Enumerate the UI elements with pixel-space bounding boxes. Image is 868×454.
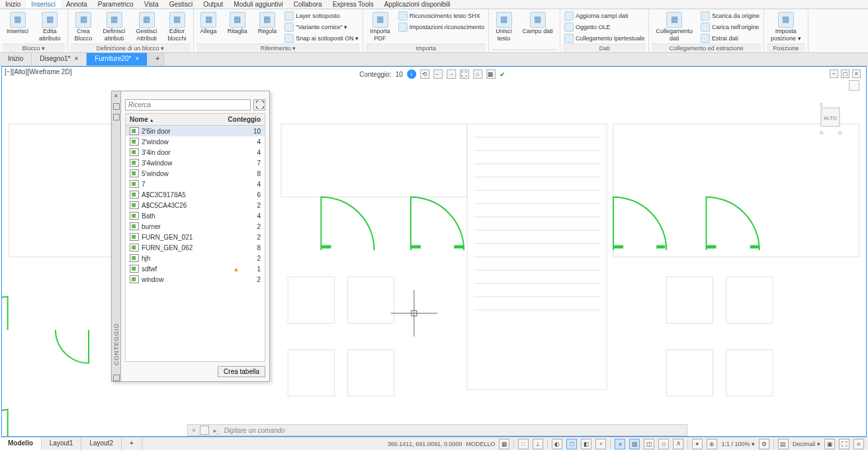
confirm-icon[interactable]: ✔ bbox=[499, 71, 509, 78]
scale-label[interactable]: 1:1 / 100% ▾ bbox=[721, 441, 755, 447]
ribbon-small-button[interactable]: Riconoscimento testo SHX bbox=[397, 11, 486, 21]
options-icon[interactable] bbox=[113, 375, 120, 381]
dyninput-icon[interactable]: + bbox=[595, 439, 606, 449]
menu-bar[interactable]: InizioInserisciAnnotaParametricoVistaGes… bbox=[0, 0, 868, 9]
viewport-label[interactable]: [−][Alto][Wireframe 2D] bbox=[5, 68, 71, 75]
selection-cycling-icon[interactable]: ◫ bbox=[644, 439, 654, 449]
ribbon-button[interactable]: ▦Editorblocchi bbox=[164, 11, 191, 44]
ribbon-button[interactable]: ▦Regola bbox=[254, 11, 281, 36]
menu-item[interactable]: Inserisci bbox=[26, 0, 61, 9]
transparency-icon[interactable]: ▨ bbox=[629, 439, 640, 449]
block-row[interactable]: A$C3C9178A56 bbox=[126, 189, 265, 200]
customization-icon[interactable]: ≡ bbox=[853, 439, 864, 449]
workspace-icon[interactable]: ✦ bbox=[692, 439, 703, 449]
menu-item[interactable]: Express Tools bbox=[327, 0, 379, 9]
customize-icon[interactable] bbox=[200, 426, 209, 435]
menu-item[interactable]: Parametrico bbox=[93, 0, 139, 9]
ribbon-small-button[interactable]: Scarica da origine bbox=[699, 11, 761, 21]
ribbon-button[interactable]: ▦Campo dati bbox=[519, 11, 557, 36]
ribbon-button[interactable]: ▦GestisciAttributi bbox=[132, 11, 161, 44]
ribbon-button[interactable]: ▦Impostaposizione ▾ bbox=[767, 11, 805, 44]
ribbon-panel-title[interactable]: Collegamento ed estrazione bbox=[652, 44, 761, 52]
block-row[interactable]: 5'window8 bbox=[126, 168, 265, 179]
isoplane-icon[interactable]: ◇ bbox=[658, 439, 669, 449]
clean-screen-icon[interactable]: ⛶ bbox=[839, 439, 849, 449]
ribbon-small-button[interactable]: Impostazioni riconoscimento bbox=[397, 22, 486, 32]
ribbon-button[interactable]: ▦Ritaglia bbox=[224, 11, 251, 36]
status-bar[interactable]: 366.1411, 691.0091, 0.0000 MODELLO ▦ ∷ ⊥… bbox=[384, 437, 868, 450]
create-table-button[interactable]: Crea tabella bbox=[218, 366, 265, 377]
block-row[interactable]: A$C5CA43C262 bbox=[126, 200, 265, 210]
annotation-icon[interactable]: Ａ bbox=[673, 439, 683, 449]
block-row[interactable]: 3'4window7 bbox=[126, 158, 265, 168]
ribbon-small-button[interactable]: Estrai dati bbox=[699, 33, 761, 44]
quickprops-icon[interactable]: ▣ bbox=[824, 439, 835, 449]
ribbon-panel-title[interactable]: Definizione di un blocco ▾ bbox=[71, 44, 191, 52]
ribbon-button[interactable]: ▦Collegamentodati bbox=[652, 11, 697, 44]
add-tab-button[interactable]: + bbox=[148, 53, 164, 66]
document-tab[interactable]: Inizio bbox=[0, 53, 32, 66]
block-row[interactable]: hjh2 bbox=[126, 253, 265, 263]
gear-icon[interactable]: ⚙ bbox=[759, 439, 769, 449]
snap-icon[interactable]: ∷ bbox=[518, 439, 529, 449]
ribbon-small-button[interactable]: Layer sottoposto bbox=[283, 11, 360, 21]
ribbon-panel-title[interactable]: Riferimento ▾ bbox=[196, 44, 361, 52]
command-line[interactable]: × ▸_ Digitare un comando bbox=[187, 424, 687, 436]
layout-tab[interactable]: Layout2 bbox=[81, 437, 122, 450]
block-list[interactable]: 2'6in door102'window43'4in door43'4windo… bbox=[125, 126, 265, 362]
polar-icon[interactable]: ◐ bbox=[552, 439, 562, 449]
ribbon-panel-title[interactable]: Posizione bbox=[767, 44, 805, 52]
menu-item[interactable]: Applicazioni disponibili bbox=[379, 0, 456, 9]
block-row[interactable]: burner2 bbox=[126, 221, 265, 232]
ribbon-panel-title[interactable] bbox=[492, 49, 557, 51]
dock-icon[interactable] bbox=[113, 114, 120, 120]
ribbon-small-button[interactable]: Oggetto OLE bbox=[563, 22, 646, 32]
add-layout-button[interactable]: + bbox=[122, 437, 142, 450]
list-header[interactable]: Nome Conteggio bbox=[125, 113, 265, 126]
ribbon-button[interactable]: ▦Inserisci bbox=[3, 11, 32, 36]
search-button[interactable]: ⛶ bbox=[253, 99, 265, 111]
layout-tabs[interactable]: ModelloLayout1Layout2+ 366.1411, 691.009… bbox=[0, 437, 868, 450]
menu-item[interactable]: Annota bbox=[61, 0, 93, 9]
block-row[interactable]: FURN_GEN_0212 bbox=[126, 232, 265, 242]
ribbon-button[interactable]: ▦Definisciattributi bbox=[99, 11, 130, 44]
hatch-icon[interactable]: ▤ bbox=[778, 439, 789, 449]
navigation-bar[interactable] bbox=[849, 80, 862, 93]
header-name[interactable]: Nome bbox=[130, 116, 221, 123]
ribbon-panel-title[interactable]: Importa bbox=[366, 44, 486, 52]
ribbon-small-button[interactable]: Carica nell'origine bbox=[699, 22, 761, 32]
ribbon-small-button[interactable]: Collegamento ipertestuale bbox=[563, 33, 646, 44]
drawing-canvas[interactable]: [−][Alto][Wireframe 2D] − □ × Conteggio:… bbox=[1, 66, 867, 437]
ortho-icon[interactable]: ⊥ bbox=[533, 439, 543, 449]
block-row[interactable]: 74 bbox=[126, 179, 265, 189]
menu-item[interactable]: Inizio bbox=[0, 0, 26, 9]
grid-icon[interactable]: ▦ bbox=[499, 439, 509, 449]
layout-tab[interactable]: Modello bbox=[0, 437, 42, 450]
ribbon-button[interactable]: ▦Allega bbox=[196, 11, 221, 36]
close-icon[interactable]: × bbox=[135, 55, 139, 62]
viewcube[interactable]: ALTO N S O bbox=[817, 100, 844, 140]
search-input[interactable] bbox=[125, 99, 251, 111]
close-icon[interactable]: × bbox=[75, 55, 79, 62]
block-row[interactable]: window2 bbox=[126, 274, 265, 285]
block-row[interactable]: Bath4 bbox=[126, 210, 265, 221]
ribbon-panel-title[interactable]: Blocco ▾ bbox=[3, 44, 65, 52]
menu-item[interactable]: Moduli aggiuntivi bbox=[228, 0, 288, 9]
ribbon-button[interactable]: ▦ImportaPDF bbox=[366, 11, 394, 44]
menu-item[interactable]: Vista bbox=[139, 0, 164, 9]
block-row[interactable]: FURN_GEN_0628 bbox=[126, 242, 265, 253]
ribbon-button[interactable]: ▦CreaBlocco bbox=[71, 11, 97, 44]
ribbon-small-button[interactable]: "Variante cornice" ▾ bbox=[283, 22, 360, 32]
space-label[interactable]: MODELLO bbox=[466, 441, 495, 447]
document-tab[interactable]: Furniture20*× bbox=[87, 53, 148, 66]
osnap-icon[interactable]: □ bbox=[566, 439, 577, 449]
close-icon[interactable]: × bbox=[192, 427, 196, 434]
ribbon-button[interactable]: ▦Editaattributo bbox=[35, 11, 65, 44]
menu-item[interactable]: Collabora bbox=[288, 0, 327, 9]
ribbon-panel-title[interactable]: Dati bbox=[563, 44, 646, 52]
ribbon-button[interactable]: ▦Uniscitesto bbox=[492, 11, 516, 44]
navbar-icon[interactable] bbox=[849, 80, 859, 91]
block-row[interactable]: sdfwf▲1 bbox=[126, 263, 265, 274]
3dosnap-icon[interactable]: ◧ bbox=[581, 439, 591, 449]
palette-sidebar[interactable]: × CONTEGGIO bbox=[112, 91, 121, 381]
